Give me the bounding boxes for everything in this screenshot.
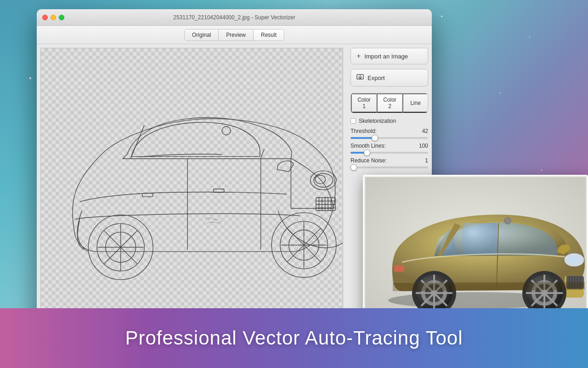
- view-tab-group: Original Preview Result: [184, 29, 284, 41]
- threshold-value: 42: [422, 128, 428, 134]
- close-button[interactable]: [42, 15, 48, 20]
- reduce-noise-slider[interactable]: [351, 167, 428, 168]
- smooth-lines-label: Smooth Lines:: [351, 143, 386, 149]
- bottom-banner: Professional Vector Auto-Tracing Tool: [0, 308, 588, 368]
- title-bar: 2531170_221042044000_2.jpg - Super Vecto…: [37, 9, 432, 26]
- svg-point-44: [568, 256, 581, 264]
- svg-point-28: [222, 126, 231, 135]
- svg-rect-70: [394, 265, 404, 272]
- maximize-button[interactable]: [59, 15, 64, 20]
- svg-line-31: [130, 125, 144, 159]
- smooth-lines-value: 100: [419, 143, 428, 149]
- export-button[interactable]: Export: [351, 69, 428, 86]
- car-photo-svg: [365, 177, 586, 315]
- import-button[interactable]: + Import an Image: [351, 48, 428, 64]
- smooth-lines-label-row: Smooth Lines: 100: [351, 143, 428, 149]
- car-line-drawing: [41, 48, 343, 312]
- minimize-button[interactable]: [51, 15, 56, 20]
- tab-color2[interactable]: Color 2: [377, 93, 402, 113]
- threshold-slider[interactable]: [351, 137, 428, 139]
- svg-line-32: [261, 149, 265, 158]
- window-controls: [42, 15, 64, 20]
- skeletonization-label: Skeletonization: [359, 118, 396, 124]
- threshold-thumb: [372, 135, 378, 141]
- color-tab-group: Color 1 Color 2 Line: [351, 93, 428, 113]
- toolbar: Original Preview Result: [37, 26, 432, 44]
- tab-preview[interactable]: Preview: [219, 29, 254, 40]
- reduce-noise-label-row: Reduce Noise: 1: [351, 157, 428, 164]
- skeletonization-checkbox[interactable]: [351, 118, 356, 124]
- svg-rect-30: [142, 193, 153, 197]
- svg-point-69: [504, 218, 511, 224]
- skeletonization-row: Skeletonization: [351, 118, 428, 124]
- threshold-label: Threshold:: [351, 128, 377, 134]
- threshold-label-row: Threshold: 42: [351, 128, 428, 134]
- control-group: Skeletonization Threshold: 42: [351, 118, 428, 168]
- tab-original[interactable]: Original: [185, 29, 219, 40]
- svg-point-17: [314, 173, 333, 187]
- threshold-fill: [351, 137, 374, 139]
- reduce-noise-label: Reduce Noise:: [351, 157, 387, 164]
- import-icon: +: [356, 52, 361, 60]
- tab-color1[interactable]: Color 1: [351, 93, 377, 113]
- export-icon: [356, 73, 364, 82]
- canvas-background: [41, 48, 343, 312]
- threshold-group: Threshold: 42: [351, 128, 428, 139]
- reduce-noise-group: Reduce Noise: 1: [351, 157, 428, 168]
- smooth-lines-slider[interactable]: [351, 152, 428, 154]
- reduce-noise-thumb: [351, 164, 357, 171]
- window-title: 2531170_221042044000_2.jpg - Super Vecto…: [173, 14, 295, 21]
- svg-rect-42: [463, 223, 497, 254]
- canvas-area: − + 95%: [40, 48, 343, 328]
- smooth-lines-group: Smooth Lines: 100: [351, 143, 428, 154]
- import-label: Import an Image: [364, 53, 408, 60]
- tab-line[interactable]: Line: [402, 93, 428, 113]
- smooth-lines-thumb: [364, 150, 370, 156]
- car-photo-inner: [364, 176, 587, 316]
- banner-text: Professional Vector Auto-Tracing Tool: [125, 327, 463, 349]
- tab-result[interactable]: Result: [254, 29, 284, 40]
- export-label: Export: [368, 75, 385, 81]
- car-photo-overlay: [363, 175, 588, 317]
- reduce-noise-value: 1: [425, 157, 428, 164]
